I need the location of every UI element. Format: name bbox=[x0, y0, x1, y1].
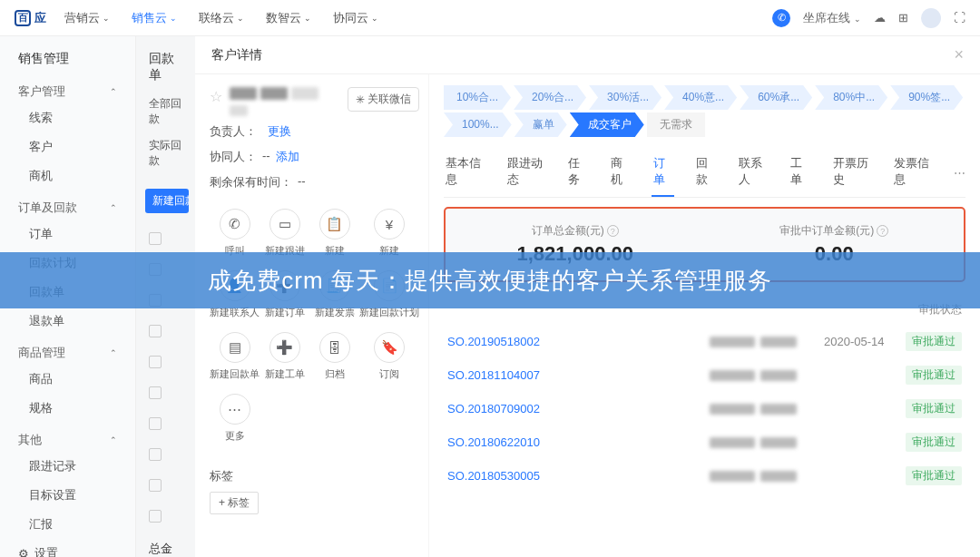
checkbox[interactable] bbox=[149, 479, 162, 492]
add-collab-link[interactable]: 添加 bbox=[276, 149, 299, 165]
order-id-link[interactable]: SO.20190518002 bbox=[447, 335, 611, 348]
sidebar-item-order[interactable]: 订单 bbox=[0, 220, 135, 249]
phone-icon[interactable]: ✆ bbox=[772, 9, 790, 27]
checkbox[interactable] bbox=[149, 417, 162, 430]
sidebar-group-other[interactable]: 其他⌃ bbox=[0, 423, 135, 452]
stage-8[interactable]: 赢单 bbox=[514, 112, 567, 137]
tab-7[interactable]: 工单 bbox=[789, 148, 811, 197]
sidebar-item-settings[interactable]: ⚙设置 bbox=[0, 539, 135, 557]
action-dots[interactable]: ⋯更多 bbox=[210, 394, 260, 443]
nav-marketing[interactable]: 营销云⌄ bbox=[64, 10, 110, 26]
tab-8[interactable]: 开票历史 bbox=[831, 148, 873, 197]
checkbox[interactable] bbox=[149, 386, 162, 399]
chevron-up-icon: ⌃ bbox=[110, 435, 117, 445]
stage-2[interactable]: 30%活... bbox=[589, 85, 662, 110]
logo[interactable]: 百 应 bbox=[15, 10, 46, 26]
list-item[interactable] bbox=[136, 347, 195, 377]
stage-1[interactable]: 20%合... bbox=[514, 85, 586, 110]
nav-collab[interactable]: 协同云⌄ bbox=[333, 10, 378, 26]
sidebar-item-spec[interactable]: 规格 bbox=[0, 394, 135, 423]
tab-more[interactable]: ⋯ bbox=[954, 166, 965, 180]
tab-0[interactable]: 基本信息 bbox=[444, 148, 485, 197]
table-row[interactable]: SO.20180709002 审批通过 bbox=[444, 392, 965, 425]
stage-3[interactable]: 40%意... bbox=[664, 85, 737, 110]
tab-5[interactable]: 回款 bbox=[694, 148, 717, 197]
tab-3[interactable]: 商机 bbox=[609, 148, 632, 197]
tab-2[interactable]: 任务 bbox=[566, 148, 589, 197]
sidebar-item-opportunity[interactable]: 商机 bbox=[0, 161, 135, 191]
close-icon[interactable]: × bbox=[954, 45, 964, 64]
add-tag-button[interactable]: + 标签 bbox=[210, 492, 259, 514]
action-bookmark[interactable]: 🔖订阅 bbox=[359, 332, 419, 381]
table-row[interactable]: SO.20180530005 审批通过 bbox=[444, 459, 965, 493]
sidebar-item-followup[interactable]: 跟进记录 bbox=[0, 452, 135, 481]
order-id-link[interactable]: SO.20180622010 bbox=[447, 435, 611, 449]
chevron-down-icon: ⌄ bbox=[237, 14, 244, 23]
stage-4[interactable]: 60%承... bbox=[740, 85, 812, 110]
action-archive[interactable]: 🗄归档 bbox=[309, 332, 359, 381]
agent-status[interactable]: 坐席在线 ⌄ bbox=[803, 10, 861, 26]
summary-approving-label: 审批中订单金额(元)? bbox=[705, 223, 965, 239]
table-row[interactable]: SO.20190518002 2020-05-14 审批通过 bbox=[444, 325, 965, 358]
nav-contact[interactable]: 联络云⌄ bbox=[199, 10, 244, 26]
list-item[interactable] bbox=[136, 501, 195, 532]
tab-4[interactable]: 订单 bbox=[652, 148, 674, 197]
avatar[interactable] bbox=[921, 8, 941, 28]
sidebar-item-refund[interactable]: 退款单 bbox=[0, 307, 135, 336]
sidebar-group-customer[interactable]: 客户管理⌃ bbox=[0, 74, 135, 103]
detail-header: 客户详情 × bbox=[195, 36, 980, 74]
checkbox[interactable] bbox=[149, 325, 162, 337]
list-item[interactable] bbox=[136, 439, 195, 470]
list-item[interactable] bbox=[136, 223, 195, 254]
stage-9[interactable]: 成交客户 bbox=[570, 112, 644, 137]
checkbox[interactable] bbox=[149, 232, 162, 245]
stage-0[interactable]: 10%合... bbox=[444, 85, 511, 110]
star-icon[interactable]: ☆ bbox=[210, 88, 222, 105]
fullscreen-icon[interactable]: ⛶ bbox=[954, 11, 965, 24]
nav-data[interactable]: 数智云⌄ bbox=[266, 10, 311, 26]
action-note[interactable]: ▭新建跟进 bbox=[260, 209, 309, 258]
sidebar-group-order[interactable]: 订单及回款⌃ bbox=[0, 191, 135, 220]
sidebar-item-product[interactable]: 商品 bbox=[0, 365, 135, 394]
checkbox[interactable] bbox=[149, 448, 162, 461]
action-phone[interactable]: ✆呼叫 bbox=[210, 209, 260, 258]
checkbox[interactable] bbox=[149, 356, 162, 368]
link-wechat-button[interactable]: ✳关联微信 bbox=[348, 87, 419, 112]
cloud-icon[interactable]: ☁ bbox=[874, 11, 886, 24]
action-ticket[interactable]: ➕新建工单 bbox=[260, 332, 309, 381]
sidebar-item-leads[interactable]: 线索 bbox=[0, 103, 135, 132]
action-receipt[interactable]: ▤新建回款单 bbox=[210, 332, 260, 381]
list-item[interactable] bbox=[136, 408, 195, 439]
list-item[interactable] bbox=[136, 470, 195, 501]
checkbox[interactable] bbox=[149, 510, 162, 523]
stage-10[interactable]: 无需求 bbox=[647, 112, 705, 137]
tab-9[interactable]: 发票信息 bbox=[892, 148, 934, 197]
sidebar-group-product[interactable]: 商品管理⌃ bbox=[0, 336, 135, 365]
action-yen[interactable]: ¥新建 bbox=[359, 209, 419, 258]
wechat-icon: ✳ bbox=[356, 93, 365, 106]
apps-icon[interactable]: ⊞ bbox=[898, 11, 908, 24]
action-clipboard[interactable]: 📋新建 bbox=[309, 209, 359, 258]
info-icon[interactable]: ? bbox=[607, 225, 619, 237]
table-row[interactable]: SO.20181104007 审批通过 bbox=[444, 358, 965, 392]
change-owner-link[interactable]: 更换 bbox=[268, 123, 291, 140]
sidebar-item-report[interactable]: 汇报 bbox=[0, 510, 135, 539]
tab-6[interactable]: 联系人 bbox=[737, 148, 769, 197]
nav-sales[interactable]: 销售云⌄ bbox=[132, 10, 177, 26]
sidebar-item-target[interactable]: 目标设置 bbox=[0, 481, 135, 510]
table-row[interactable]: SO.20180622010 审批通过 bbox=[444, 425, 965, 459]
tab-1[interactable]: 跟进动态 bbox=[505, 148, 547, 197]
new-payment-button[interactable]: 新建回款 bbox=[145, 189, 189, 213]
order-id-link[interactable]: SO.20181104007 bbox=[447, 368, 611, 382]
list-item[interactable] bbox=[136, 316, 195, 347]
mid-filter-actual[interactable]: 实际回款 bbox=[136, 131, 195, 172]
list-item[interactable] bbox=[136, 377, 195, 408]
order-id-link[interactable]: SO.20180709002 bbox=[447, 402, 611, 415]
stage-5[interactable]: 80%中... bbox=[815, 85, 887, 110]
mid-filter-all[interactable]: 全部回款 bbox=[136, 89, 195, 131]
sidebar-item-customer[interactable]: 客户 bbox=[0, 132, 135, 161]
stage-6[interactable]: 90%签... bbox=[890, 85, 963, 110]
info-icon[interactable]: ? bbox=[877, 225, 888, 237]
order-id-link[interactable]: SO.20180530005 bbox=[447, 469, 611, 483]
stage-7[interactable]: 100%... bbox=[444, 112, 512, 137]
